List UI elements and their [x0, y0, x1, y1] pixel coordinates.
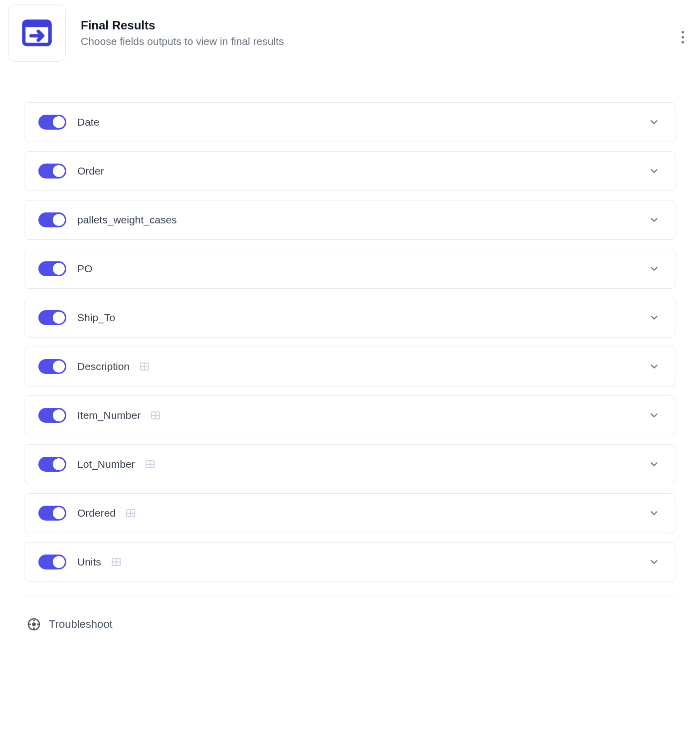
- field-label: Order: [77, 165, 104, 177]
- troubleshoot-icon: [27, 617, 41, 631]
- field-label: Description: [77, 361, 130, 373]
- chevron-down-icon[interactable]: [647, 408, 662, 423]
- field-label: Lot_Number: [77, 458, 135, 470]
- field-row[interactable]: Units: [24, 542, 676, 582]
- field-toggle[interactable]: [38, 310, 66, 325]
- field-toggle[interactable]: [38, 212, 66, 227]
- field-label: pallets_weight_cases: [77, 214, 177, 226]
- field-toggle[interactable]: [38, 359, 66, 374]
- chevron-down-icon[interactable]: [647, 506, 662, 521]
- field-toggle[interactable]: [38, 408, 66, 423]
- page-subtitle: Choose fields outputs to view in final r…: [81, 35, 284, 47]
- field-row[interactable]: Lot_Number: [24, 444, 676, 484]
- field-toggle[interactable]: [38, 164, 66, 179]
- svg-point-22: [37, 623, 39, 625]
- output-arrow-icon: [19, 15, 54, 50]
- chevron-down-icon[interactable]: [647, 359, 662, 374]
- field-row[interactable]: Date: [24, 102, 676, 142]
- table-icon: [150, 409, 162, 421]
- fields-list: DateOrderpallets_weight_casesPOShip_ToDe…: [0, 70, 700, 691]
- troubleshoot-label: Troubleshoot: [49, 618, 113, 631]
- chevron-down-icon[interactable]: [647, 555, 662, 569]
- field-label: Units: [77, 556, 101, 568]
- chevron-down-icon[interactable]: [647, 310, 662, 325]
- chevron-down-icon[interactable]: [647, 115, 662, 130]
- field-toggle[interactable]: [38, 115, 66, 130]
- svg-point-21: [29, 623, 31, 625]
- field-row[interactable]: pallets_weight_cases: [24, 200, 676, 240]
- table-icon: [139, 361, 151, 373]
- svg-point-20: [33, 627, 35, 629]
- chevron-down-icon[interactable]: [647, 164, 662, 179]
- table-icon: [110, 556, 122, 568]
- field-label: PO: [77, 263, 92, 275]
- table-icon: [125, 507, 137, 519]
- field-toggle[interactable]: [38, 457, 66, 472]
- svg-rect-1: [24, 21, 50, 27]
- field-row[interactable]: Item_Number: [24, 395, 676, 435]
- field-row[interactable]: Ordered: [24, 493, 676, 533]
- header-icon-container: [8, 4, 66, 62]
- panel-header: Final Results Choose fields outputs to v…: [0, 0, 700, 70]
- field-row[interactable]: PO: [24, 249, 676, 289]
- field-label: Date: [77, 116, 99, 128]
- field-toggle[interactable]: [38, 261, 66, 276]
- field-label: Item_Number: [77, 409, 141, 421]
- chevron-down-icon[interactable]: [647, 212, 662, 227]
- svg-point-18: [32, 622, 35, 626]
- page-title: Final Results: [81, 18, 284, 32]
- chevron-down-icon[interactable]: [647, 457, 662, 472]
- field-label: Ordered: [77, 507, 116, 519]
- chevron-down-icon[interactable]: [647, 261, 662, 276]
- section-divider: [24, 595, 676, 595]
- svg-point-19: [33, 619, 35, 621]
- field-toggle[interactable]: [38, 506, 66, 521]
- troubleshoot-row[interactable]: Troubleshoot: [24, 615, 676, 671]
- field-row[interactable]: Description: [24, 347, 676, 386]
- more-menu-button[interactable]: [678, 27, 688, 47]
- field-row[interactable]: Ship_To: [24, 298, 676, 338]
- field-label: Ship_To: [77, 312, 115, 324]
- field-toggle[interactable]: [38, 555, 66, 569]
- field-row[interactable]: Order: [24, 151, 676, 191]
- table-icon: [144, 458, 156, 470]
